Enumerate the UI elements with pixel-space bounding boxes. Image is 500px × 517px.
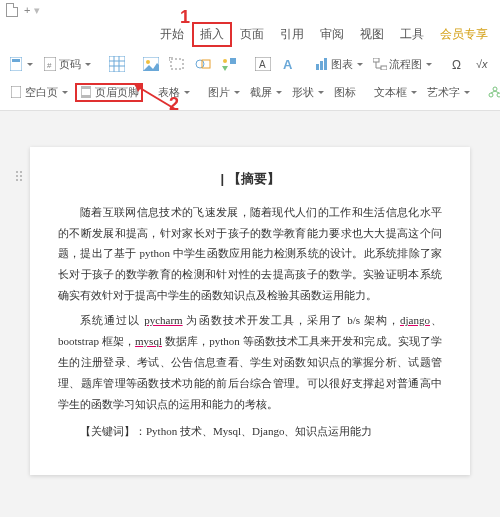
- menu-member[interactable]: 会员专享: [432, 22, 496, 47]
- menu-bar: 开始 1 插入 页面 引用 审阅 视图 工具 会员专享: [0, 20, 500, 48]
- flowchart-button-top[interactable]: 流程图: [370, 56, 435, 73]
- menu-view[interactable]: 视图: [352, 22, 392, 47]
- chart-button-top[interactable]: 图表: [312, 56, 366, 73]
- toolbar-row-1: #页码 A A 图表 流程图 Ω √x: [6, 52, 494, 76]
- blank-page-icon: [9, 85, 23, 99]
- blank-page-button[interactable]: 空白页: [6, 84, 71, 101]
- svg-point-12: [196, 60, 204, 68]
- header-footer-icon: [79, 85, 93, 99]
- shape-icon-large[interactable]: [192, 56, 214, 72]
- abstract-heading: | 【摘要】: [58, 167, 442, 192]
- menu-tools[interactable]: 工具: [392, 22, 432, 47]
- toolbar-row-2: 空白页 页眉页脚 2 表格 图片 截屏 形状 图标 文本框 艺术字 智能图形 思…: [6, 80, 494, 104]
- svg-point-14: [223, 59, 227, 63]
- svg-rect-4: [109, 56, 125, 72]
- cover-page-button[interactable]: [6, 56, 36, 72]
- svg-text:Ω: Ω: [452, 58, 461, 71]
- iconlib-icon-large[interactable]: [218, 56, 240, 72]
- new-tab-plus[interactable]: +: [24, 4, 30, 16]
- drag-handle-icon[interactable]: [16, 171, 26, 181]
- svg-rect-11: [171, 59, 183, 69]
- iconlib-button[interactable]: 图标: [331, 84, 359, 101]
- pagecode-icon: #: [43, 57, 57, 71]
- tab-dropdown[interactable]: ▾: [34, 4, 40, 17]
- svg-text:√x: √x: [476, 58, 488, 70]
- svg-rect-23: [381, 66, 387, 70]
- abstract-paragraph-1: 随着互联网信息技术的飞速发展，随着现代人们的工作和生活信息化水平的不断发展和提高…: [58, 202, 442, 306]
- formula-icon-large[interactable]: √x: [473, 56, 497, 72]
- smartart-icon: [488, 85, 500, 99]
- svg-rect-20: [320, 61, 323, 70]
- annotation-1: 1: [180, 8, 190, 26]
- svg-rect-1: [12, 59, 20, 62]
- abstract-paragraph-2: 系统通过以 pycharm 为函数技术开发工具，采用了 b/s 架构，djang…: [58, 310, 442, 414]
- svg-rect-28: [81, 86, 91, 89]
- svg-text:A: A: [283, 57, 293, 71]
- smartart-button[interactable]: 智能图形: [485, 84, 500, 101]
- svg-text:#: #: [47, 61, 52, 70]
- svg-text:A: A: [259, 59, 266, 70]
- picture-icon-large[interactable]: [140, 56, 162, 72]
- menu-insert[interactable]: 插入: [192, 22, 232, 47]
- table-icon-large[interactable]: [106, 55, 128, 73]
- menu-page[interactable]: 页面: [232, 22, 272, 47]
- wordart-icon-large[interactable]: A: [278, 56, 300, 72]
- flowchart-icon: [373, 57, 387, 71]
- pagecode-button[interactable]: #页码: [40, 56, 94, 73]
- svg-rect-29: [81, 95, 91, 98]
- svg-rect-26: [11, 86, 21, 98]
- doc-icon: [6, 3, 18, 17]
- svg-point-30: [493, 87, 497, 91]
- textbox-icon-large[interactable]: A: [252, 56, 274, 72]
- textbox-button[interactable]: 文本框: [371, 84, 420, 101]
- document-page[interactable]: | 【摘要】 随着互联网信息技术的飞速发展，随着现代人们的工作和生活信息化水平的…: [30, 147, 470, 475]
- svg-rect-15: [230, 58, 236, 64]
- svg-point-31: [489, 93, 493, 97]
- svg-rect-19: [316, 64, 319, 70]
- kw-django: django: [400, 314, 430, 326]
- header-footer-button[interactable]: 页眉页脚: [75, 83, 143, 102]
- cover-page-icon: [9, 57, 23, 71]
- svg-rect-22: [373, 58, 379, 62]
- chart-icon: [315, 57, 329, 71]
- picture-button[interactable]: 图片: [205, 84, 243, 101]
- annotation-2: 2: [169, 95, 179, 113]
- keywords-line: 【关键词】：Python 技术、Mysql、Django、知识点运用能力: [58, 421, 442, 442]
- screenshot-button[interactable]: 截屏: [247, 84, 285, 101]
- title-bar: + ▾: [0, 0, 500, 20]
- symbol-icon-large[interactable]: Ω: [447, 56, 469, 72]
- menu-reference[interactable]: 引用: [272, 22, 312, 47]
- kw-pycharm: pycharm: [144, 314, 182, 326]
- svg-rect-21: [324, 58, 327, 70]
- ribbon-toolbar: #页码 A A 图表 流程图 Ω √x 空白页 页眉页脚 2 表格 图片 截屏 …: [0, 48, 500, 111]
- menu-review[interactable]: 审阅: [312, 22, 352, 47]
- screenshot-icon-large[interactable]: [166, 56, 188, 72]
- svg-point-10: [146, 60, 150, 64]
- document-workspace: | 【摘要】 随着互联网信息技术的飞速发展，随着现代人们的工作和生活信息化水平的…: [0, 111, 500, 517]
- shape-button[interactable]: 形状: [289, 84, 327, 101]
- kw-mysql: mysql: [135, 335, 162, 347]
- wordart-button[interactable]: 艺术字: [424, 84, 473, 101]
